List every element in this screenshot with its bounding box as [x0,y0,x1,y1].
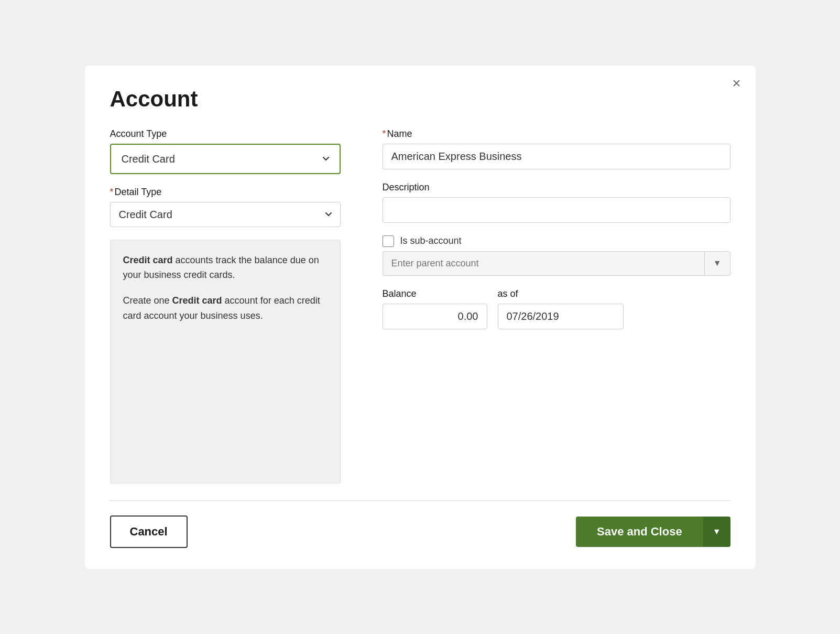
left-column: Account Type Credit Card *Detail Type Cr… [110,128,341,483]
close-button[interactable]: × [732,76,740,91]
name-input[interactable] [383,144,730,169]
parent-account-dropdown-btn[interactable]: ▼ [704,251,730,276]
right-column: *Name Description Is sub-account ▼ [383,128,730,483]
account-type-field-group: Account Type Credit Card [110,128,341,174]
balance-row: Balance as of [383,288,730,329]
required-star: * [110,187,114,197]
footer-divider [110,500,730,501]
info-paragraph-1: Credit card accounts track the balance d… [123,253,328,283]
account-modal: × Account Account Type Credit Card *Deta… [85,66,756,569]
as-of-label: as of [498,288,624,299]
detail-type-field-group: *Detail Type Credit Card [110,187,341,227]
as-of-field-group: as of [498,288,624,329]
detail-type-select[interactable]: Credit Card [110,202,341,227]
balance-field-group: Balance [383,288,487,329]
chevron-down-icon: ▼ [713,527,721,536]
sub-account-checkbox[interactable] [383,235,394,247]
save-close-dropdown-button[interactable]: ▼ [703,517,730,547]
page-title: Account [110,87,730,112]
sub-account-row: Is sub-account [383,235,730,247]
description-field-group: Description [383,182,730,223]
save-close-wrapper: Save and Close ▼ [576,517,730,547]
description-label: Description [383,182,730,193]
save-and-close-button[interactable]: Save and Close [576,517,703,547]
name-field-group: *Name [383,128,730,169]
sub-account-section: Is sub-account ▼ [383,235,730,276]
account-type-select[interactable]: Credit Card [113,147,337,171]
parent-account-wrapper: ▼ [383,251,730,276]
form-area: Account Type Credit Card *Detail Type Cr… [110,128,730,483]
detail-type-label: *Detail Type [110,187,341,198]
cancel-button[interactable]: Cancel [110,515,188,548]
account-type-wrapper: Credit Card [110,144,341,174]
as-of-date-input[interactable] [498,304,624,329]
info-p2-prefix: Create one [123,295,172,306]
sub-account-label: Is sub-account [400,235,462,246]
info-box: Credit card accounts track the balance d… [110,240,341,483]
info-paragraph-2: Create one Credit card account for each … [123,293,328,324]
name-label: *Name [383,128,730,139]
parent-account-input[interactable] [383,251,704,276]
account-type-label: Account Type [110,128,341,139]
balance-label: Balance [383,288,487,299]
balance-input[interactable] [383,304,487,329]
footer-actions: Cancel Save and Close ▼ [110,515,730,548]
name-required-star: * [383,128,386,139]
description-input[interactable] [383,197,730,223]
